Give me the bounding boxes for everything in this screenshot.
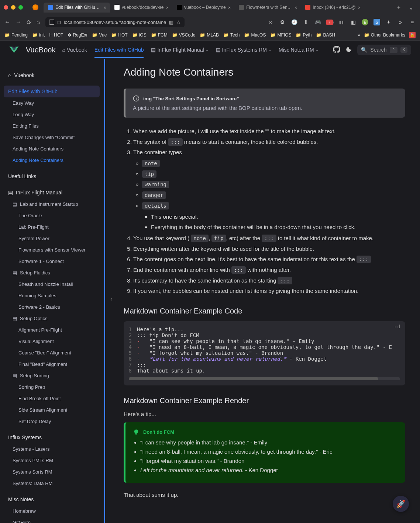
library-icon[interactable]: ⫿⫿ bbox=[338, 19, 345, 25]
sidebar-item[interactable]: Homebrew bbox=[4, 505, 100, 517]
bookmark-item[interactable]: 📁Tech bbox=[223, 32, 240, 38]
sidebar-item[interactable]: Edit Files with GitHub bbox=[4, 86, 100, 97]
close-tab-icon[interactable]: × bbox=[228, 5, 231, 10]
home-button[interactable]: ⌂ bbox=[37, 19, 40, 25]
browser-tab[interactable]: Flowmeters with Sensor V× bbox=[234, 3, 301, 13]
bookmark-item[interactable]: 📁FCM bbox=[151, 32, 168, 38]
close-tab-icon[interactable]: × bbox=[295, 5, 297, 10]
app-title[interactable]: VueBook bbox=[26, 46, 55, 54]
extension-icon[interactable]: ∞ bbox=[267, 19, 274, 25]
maximize-window-icon[interactable] bbox=[18, 5, 23, 10]
code-scrollbar[interactable] bbox=[129, 377, 400, 380]
history-icon[interactable]: 🕘 bbox=[291, 19, 297, 25]
sidebar-item[interactable]: Lab Pre-Flight bbox=[4, 221, 100, 233]
sidebar-item[interactable]: Systems Sorts RM bbox=[4, 466, 100, 478]
nav-item[interactable]: ▤InFlux Systems RM⌄ bbox=[216, 47, 271, 53]
sidebar-item[interactable]: Visual Alignment bbox=[4, 336, 100, 347]
sidebar-item[interactable]: Systems - Lasers bbox=[4, 443, 100, 455]
sidebar-item[interactable]: Save Changes with "Commit" bbox=[4, 132, 100, 143]
nav-item[interactable]: Edit Files with GitHub bbox=[94, 47, 144, 58]
nav-item[interactable]: ⌂Vuebook bbox=[62, 47, 87, 53]
bookmark-item[interactable]: 📁Vue bbox=[92, 32, 107, 38]
tab-list-button[interactable]: ⌄ bbox=[406, 4, 416, 11]
sidebar-item[interactable]: ▤Setup Sorting bbox=[4, 370, 100, 381]
bookmark-item[interactable]: 📁Pending bbox=[4, 32, 28, 38]
profile-e-icon[interactable]: E bbox=[362, 19, 368, 25]
sidebar-item[interactable]: Alignment Pre-Flight bbox=[4, 324, 100, 336]
sidebar-item[interactable]: Sortware 2 - Basics bbox=[4, 301, 100, 313]
sidebar-item[interactable]: Sorting Prep bbox=[4, 381, 100, 393]
sidebar-item[interactable]: The Oracle bbox=[4, 210, 100, 221]
bookmarks-overflow-icon[interactable]: » bbox=[358, 32, 360, 38]
settings-gear-icon[interactable]: ⚙ bbox=[279, 19, 286, 25]
bookmark-item[interactable]: HHOT bbox=[49, 32, 63, 38]
bookmark-item[interactable]: 📁VSCode bbox=[172, 32, 196, 38]
extension-badge-icon[interactable]: ⋮⋮ bbox=[326, 20, 333, 25]
sidebar-item[interactable]: Side Stream Alignment bbox=[4, 404, 100, 416]
sidebar-icon[interactable]: ◧ bbox=[350, 19, 357, 25]
search-box[interactable]: 🔍 Search ⌃ K bbox=[357, 45, 411, 55]
sidebar-item[interactable]: ⌂Vuebook bbox=[4, 69, 100, 81]
sidebar-item[interactable]: Git(Hub) bbox=[4, 517, 100, 523]
other-bookmarks-folder[interactable]: 📁Other Bookmarks bbox=[364, 32, 405, 38]
new-tab-button[interactable]: + bbox=[394, 4, 403, 11]
bookmark-item[interactable]: 📁MLAB bbox=[200, 32, 219, 38]
collapse-sidebar-button[interactable]: ‹ bbox=[110, 295, 113, 303]
close-tab-icon[interactable]: × bbox=[358, 5, 361, 10]
sidebar-item[interactable]: Influx Systems bbox=[4, 432, 100, 443]
back-button[interactable]: ← bbox=[4, 19, 10, 25]
close-window-icon[interactable] bbox=[4, 5, 8, 10]
game-icon[interactable]: 🎮 bbox=[314, 19, 321, 25]
nav-item[interactable]: ▤InFlux Flight Manual⌄ bbox=[151, 47, 208, 53]
sidebar-item[interactable]: ▤InFlux Flight Manual bbox=[4, 187, 100, 198]
nav-item[interactable]: Misc Notea RM⌄ bbox=[279, 47, 319, 53]
profile-s-icon[interactable]: S bbox=[373, 19, 380, 25]
vuebook-logo-icon[interactable] bbox=[9, 46, 19, 53]
sidebar-item[interactable]: ▤Lab and Instrument Startup bbox=[4, 198, 100, 210]
overflow-icon[interactable]: » bbox=[397, 19, 404, 25]
password-lock-icon[interactable]: 🔒 bbox=[409, 32, 416, 38]
bookmark-item[interactable]: 📁iOS bbox=[132, 32, 147, 38]
browser-tab[interactable]: vuebook/docs/dev-se× bbox=[110, 3, 172, 13]
sidebar-item[interactable]: Useful Links bbox=[4, 170, 100, 182]
sidebar-item[interactable]: Easy Way bbox=[4, 97, 100, 109]
sidebar-item[interactable]: System Power bbox=[4, 233, 100, 244]
sidebar-item[interactable]: Editing Files bbox=[4, 120, 100, 132]
sidebar-item[interactable]: Running Samples bbox=[4, 290, 100, 301]
theme-toggle-icon[interactable] bbox=[345, 46, 352, 54]
menu-icon[interactable]: ≡ bbox=[409, 19, 416, 25]
reader-mode-icon[interactable]: ▥ bbox=[169, 20, 173, 25]
browser-tab[interactable]: vuebook – Deployme× bbox=[172, 3, 234, 13]
sidebar-item[interactable]: ▤Setup Fluidics bbox=[4, 267, 100, 278]
downloads-icon[interactable]: ⬇ bbox=[303, 19, 309, 25]
bookmark-item[interactable]: 📁MacOS bbox=[244, 32, 266, 38]
github-icon[interactable] bbox=[333, 46, 340, 54]
sidebar-item[interactable]: Adding Note Containers bbox=[4, 143, 100, 155]
browser-tab[interactable]: Inbox (346) - eric21@× bbox=[301, 3, 364, 13]
bookmark-item[interactable]: 📁Pyth bbox=[296, 32, 311, 38]
sidebar-item[interactable]: Sortware 1 - Connect bbox=[4, 256, 100, 267]
sidebar-item[interactable]: Adding Note Containers bbox=[4, 155, 100, 166]
sidebar-item[interactable]: Final "Bead" Alignment bbox=[4, 359, 100, 370]
sidebar-item[interactable]: Set Drop Delay bbox=[4, 416, 100, 427]
sidebar-item[interactable]: Sheath and Nozzle Install bbox=[4, 278, 100, 290]
sidebar-item[interactable]: Long Way bbox=[4, 109, 100, 120]
minimize-window-icon[interactable] bbox=[11, 5, 16, 10]
extensions-icon[interactable]: ✦ bbox=[385, 19, 392, 25]
bookmark-item[interactable]: 📁HOT bbox=[111, 32, 127, 38]
close-tab-icon[interactable]: × bbox=[166, 5, 169, 10]
sidebar-item[interactable]: Find Break-off Point bbox=[4, 393, 100, 404]
bookmark-star-icon[interactable]: ☆ bbox=[176, 20, 181, 25]
address-bar[interactable]: ◻ localhost:8080/dev-setup/#adding-note-… bbox=[45, 17, 185, 27]
reload-button[interactable]: ⟳ bbox=[27, 19, 31, 26]
sidebar-item[interactable]: Flowmeters with Sensor Viewer bbox=[4, 244, 100, 256]
bookmark-item[interactable]: 📁init bbox=[32, 32, 45, 38]
sidebar-item[interactable]: Misc Notes bbox=[4, 493, 100, 505]
bookmark-item[interactable]: ✻RegExr bbox=[68, 32, 87, 38]
traffic-lights[interactable] bbox=[4, 5, 23, 10]
scroll-to-top-button[interactable]: 🚀 bbox=[393, 496, 409, 512]
sidebar-item[interactable]: Systems PMTs RM bbox=[4, 455, 100, 466]
bookmark-item[interactable]: 📁MFIGS bbox=[270, 32, 291, 38]
sidebar-item[interactable]: Coarse "Beer" Alignment bbox=[4, 347, 100, 359]
close-tab-icon[interactable]: × bbox=[103, 5, 106, 10]
